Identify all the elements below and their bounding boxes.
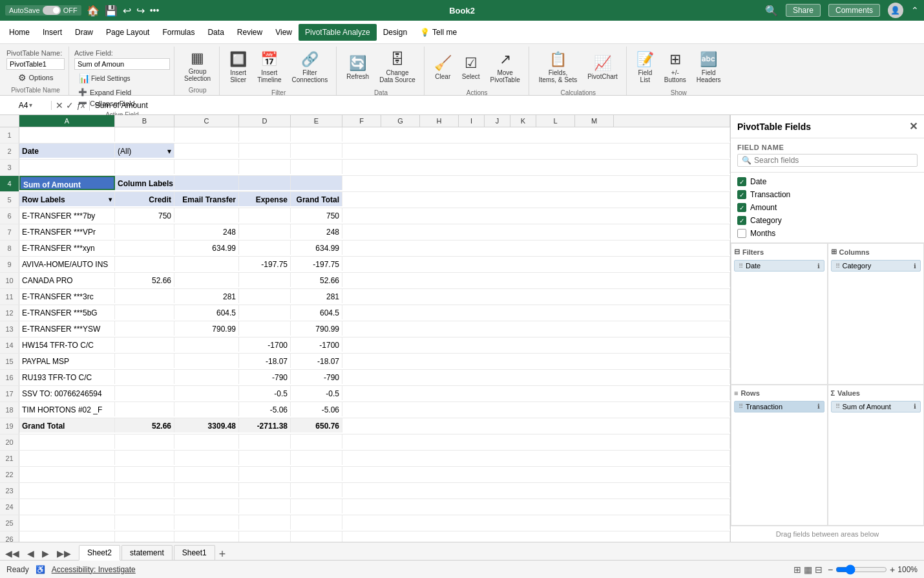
cell[interactable]: E-TRANSFER ***7by [19,208,115,222]
col-header-d[interactable]: D [239,115,291,127]
cell[interactable] [291,176,342,190]
menu-draw[interactable]: Draw [68,24,100,41]
cell[interactable] [342,386,730,400]
cell[interactable] [115,434,174,449]
cell[interactable] [291,434,342,449]
menu-tell-me[interactable]: 💡 Tell me [414,24,463,41]
col-header-b[interactable]: B [115,115,174,127]
cell[interactable]: 52.66 [291,273,342,287]
menu-view[interactable]: View [269,24,299,41]
cell[interactable]: -790 [239,370,291,384]
change-data-source-button[interactable]: 🗄 ChangeData Source [375,48,420,87]
col-header-g[interactable]: G [381,115,420,127]
filter-connections-button[interactable]: 🔗 FilterConnections [288,48,333,87]
cell[interactable] [291,144,342,158]
field-info-transaction[interactable]: ℹ [817,403,820,410]
cell[interactable] [342,257,730,271]
cell[interactable]: E-TRANSFER ***xyn [19,241,115,255]
cell[interactable] [342,354,730,368]
cell[interactable] [174,467,239,481]
cell[interactable]: -18.07 [291,354,342,368]
cell[interactable] [239,499,291,513]
field-checkbox-months[interactable]: ✓ [737,229,746,238]
cell[interactable] [291,499,342,513]
drag-field-category[interactable]: ⠿ Category ℹ [831,260,921,272]
options-button[interactable]: ⚙ Options [6,71,65,84]
cell[interactable] [115,160,174,174]
cell[interactable] [342,418,730,433]
cell[interactable] [239,127,291,142]
cell[interactable] [115,499,174,513]
move-pivot-button[interactable]: ↗ MovePivotTable [486,48,525,87]
col-header-a[interactable]: A [19,115,115,127]
cell[interactable]: 281 [291,289,342,303]
cell[interactable]: Email Transfer [174,192,239,206]
field-list-button[interactable]: 📝 FieldList [632,48,658,87]
cell[interactable] [291,515,342,530]
cell[interactable] [342,208,730,222]
cell[interactable]: 634.99 [291,241,342,255]
cell[interactable] [115,241,174,255]
cell[interactable]: 790.99 [174,321,239,336]
cell[interactable]: Expense [239,192,291,206]
redo-icon[interactable]: ↪ [136,5,145,17]
cell[interactable] [174,144,239,158]
field-item-date[interactable]: ✓ Date [731,175,924,188]
cell[interactable] [342,144,730,158]
autosave-toggle[interactable] [43,6,61,15]
menu-design[interactable]: Design [377,24,414,41]
cell[interactable]: 248 [174,224,239,239]
cell[interactable] [342,483,730,497]
cell[interactable]: PAYPAL MSP [19,354,115,368]
cell[interactable]: -197.75 [239,257,291,271]
field-checkbox-date[interactable]: ✓ [737,177,746,186]
cell[interactable] [174,531,239,542]
group-selection-button[interactable]: ▦ GroupSelection [180,48,215,84]
cell[interactable] [291,467,342,481]
field-settings-button[interactable]: 📊 Field Settings [74,71,135,85]
field-headers-button[interactable]: 🔤 FieldHeaders [692,48,726,87]
sheet-nav-last[interactable]: ▶▶ [54,547,74,560]
field-info-category[interactable]: ℹ [914,262,916,270]
col-header-k[interactable]: K [510,115,536,127]
cell[interactable] [115,386,174,400]
cell[interactable] [115,224,174,239]
cell[interactable]: E-TRANSFER ***3rc [19,289,115,303]
field-search-box[interactable]: 🔍 [737,154,918,167]
cell[interactable] [239,273,291,287]
cell[interactable] [291,451,342,465]
col-header-e[interactable]: E [291,115,342,127]
cell[interactable]: RU193 TFR-TO C/C [19,370,115,384]
field-checkbox-category[interactable]: ✓ [737,216,746,225]
cell[interactable] [342,337,730,352]
cell[interactable] [291,160,342,174]
save-icon[interactable]: 💾 [105,5,118,17]
cell[interactable] [19,515,115,530]
cell[interactable]: E-TRANSFER ***YSW [19,321,115,336]
field-info-sum-amount[interactable]: ℹ [914,403,916,410]
cell[interactable] [115,531,174,542]
insert-timeline-button[interactable]: 📅 InsertTimeline [253,48,286,87]
cell[interactable] [174,515,239,530]
cell[interactable] [19,499,115,513]
cell[interactable] [19,467,115,481]
col-header-l[interactable]: L [536,115,575,127]
sheet-nav-next[interactable]: ▶ [39,547,52,560]
cell[interactable] [174,434,239,449]
pivot-chart-button[interactable]: 📈 PivotChart [583,48,622,87]
active-field-input[interactable] [74,58,170,70]
confirm-formula-icon[interactable]: ✓ [66,100,74,111]
cell[interactable] [174,499,239,513]
cell[interactable] [291,127,342,142]
cell[interactable] [342,160,730,174]
cell[interactable] [19,127,115,142]
cell[interactable]: 790.99 [291,321,342,336]
cell[interactable] [115,467,174,481]
cell[interactable] [342,467,730,481]
menu-insert[interactable]: Insert [36,24,68,41]
cell[interactable] [239,531,291,542]
sheet-tab-sheet2[interactable]: Sheet2 [79,545,120,561]
comments-button[interactable]: Comments [828,4,880,17]
cell[interactable] [342,531,730,542]
cell[interactable] [342,176,730,190]
